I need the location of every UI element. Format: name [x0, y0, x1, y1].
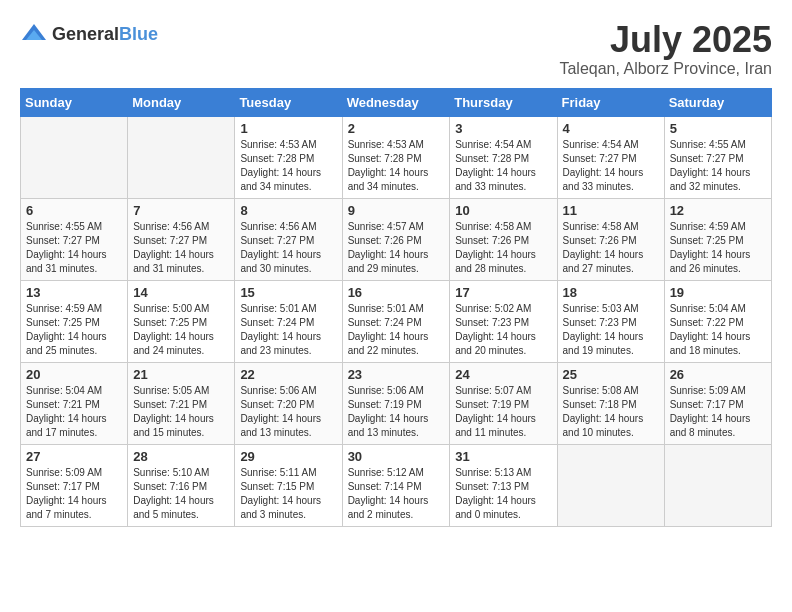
logo-text: GeneralBlue [52, 24, 158, 45]
day-number: 8 [240, 203, 336, 218]
day-number: 29 [240, 449, 336, 464]
day-info: Sunrise: 5:04 AMSunset: 7:21 PMDaylight:… [26, 384, 122, 440]
day-number: 11 [563, 203, 659, 218]
month-title: July 2025 [559, 20, 772, 60]
header-day-sunday: Sunday [21, 88, 128, 116]
calendar-week-3: 13Sunrise: 4:59 AMSunset: 7:25 PMDayligh… [21, 280, 772, 362]
day-info: Sunrise: 5:11 AMSunset: 7:15 PMDaylight:… [240, 466, 336, 522]
calendar-cell: 10Sunrise: 4:58 AMSunset: 7:26 PMDayligh… [450, 198, 557, 280]
day-number: 5 [670, 121, 766, 136]
calendar-cell: 21Sunrise: 5:05 AMSunset: 7:21 PMDayligh… [128, 362, 235, 444]
header-day-friday: Friday [557, 88, 664, 116]
title-block: July 2025 Taleqan, Alborz Province, Iran [559, 20, 772, 78]
calendar-table: SundayMondayTuesdayWednesdayThursdayFrid… [20, 88, 772, 527]
calendar-week-2: 6Sunrise: 4:55 AMSunset: 7:27 PMDaylight… [21, 198, 772, 280]
day-info: Sunrise: 4:58 AMSunset: 7:26 PMDaylight:… [455, 220, 551, 276]
day-number: 25 [563, 367, 659, 382]
day-number: 18 [563, 285, 659, 300]
day-number: 23 [348, 367, 445, 382]
calendar-cell: 14Sunrise: 5:00 AMSunset: 7:25 PMDayligh… [128, 280, 235, 362]
calendar-cell: 25Sunrise: 5:08 AMSunset: 7:18 PMDayligh… [557, 362, 664, 444]
day-number: 3 [455, 121, 551, 136]
day-number: 15 [240, 285, 336, 300]
day-info: Sunrise: 4:54 AMSunset: 7:28 PMDaylight:… [455, 138, 551, 194]
day-info: Sunrise: 4:56 AMSunset: 7:27 PMDaylight:… [133, 220, 229, 276]
calendar-cell: 7Sunrise: 4:56 AMSunset: 7:27 PMDaylight… [128, 198, 235, 280]
day-number: 31 [455, 449, 551, 464]
calendar-header-row: SundayMondayTuesdayWednesdayThursdayFrid… [21, 88, 772, 116]
day-info: Sunrise: 4:56 AMSunset: 7:27 PMDaylight:… [240, 220, 336, 276]
calendar-cell: 22Sunrise: 5:06 AMSunset: 7:20 PMDayligh… [235, 362, 342, 444]
calendar-cell: 28Sunrise: 5:10 AMSunset: 7:16 PMDayligh… [128, 444, 235, 526]
day-info: Sunrise: 5:07 AMSunset: 7:19 PMDaylight:… [455, 384, 551, 440]
day-info: Sunrise: 4:53 AMSunset: 7:28 PMDaylight:… [240, 138, 336, 194]
day-number: 28 [133, 449, 229, 464]
day-number: 4 [563, 121, 659, 136]
day-number: 7 [133, 203, 229, 218]
logo: GeneralBlue [20, 20, 158, 48]
day-info: Sunrise: 5:03 AMSunset: 7:23 PMDaylight:… [563, 302, 659, 358]
day-info: Sunrise: 4:59 AMSunset: 7:25 PMDaylight:… [670, 220, 766, 276]
day-info: Sunrise: 5:12 AMSunset: 7:14 PMDaylight:… [348, 466, 445, 522]
day-number: 2 [348, 121, 445, 136]
calendar-cell: 9Sunrise: 4:57 AMSunset: 7:26 PMDaylight… [342, 198, 450, 280]
day-number: 16 [348, 285, 445, 300]
calendar-cell: 27Sunrise: 5:09 AMSunset: 7:17 PMDayligh… [21, 444, 128, 526]
day-info: Sunrise: 5:13 AMSunset: 7:13 PMDaylight:… [455, 466, 551, 522]
day-number: 30 [348, 449, 445, 464]
day-number: 14 [133, 285, 229, 300]
day-info: Sunrise: 5:04 AMSunset: 7:22 PMDaylight:… [670, 302, 766, 358]
calendar-cell: 1Sunrise: 4:53 AMSunset: 7:28 PMDaylight… [235, 116, 342, 198]
day-number: 19 [670, 285, 766, 300]
calendar-week-4: 20Sunrise: 5:04 AMSunset: 7:21 PMDayligh… [21, 362, 772, 444]
day-info: Sunrise: 5:05 AMSunset: 7:21 PMDaylight:… [133, 384, 229, 440]
day-info: Sunrise: 4:53 AMSunset: 7:28 PMDaylight:… [348, 138, 445, 194]
day-info: Sunrise: 4:57 AMSunset: 7:26 PMDaylight:… [348, 220, 445, 276]
calendar-cell: 31Sunrise: 5:13 AMSunset: 7:13 PMDayligh… [450, 444, 557, 526]
header-day-tuesday: Tuesday [235, 88, 342, 116]
day-info: Sunrise: 4:55 AMSunset: 7:27 PMDaylight:… [26, 220, 122, 276]
day-number: 21 [133, 367, 229, 382]
calendar-cell: 17Sunrise: 5:02 AMSunset: 7:23 PMDayligh… [450, 280, 557, 362]
calendar-cell [557, 444, 664, 526]
calendar-cell: 5Sunrise: 4:55 AMSunset: 7:27 PMDaylight… [664, 116, 771, 198]
calendar-week-1: 1Sunrise: 4:53 AMSunset: 7:28 PMDaylight… [21, 116, 772, 198]
day-number: 1 [240, 121, 336, 136]
day-number: 12 [670, 203, 766, 218]
day-number: 20 [26, 367, 122, 382]
day-number: 27 [26, 449, 122, 464]
page-header: GeneralBlue July 2025 Taleqan, Alborz Pr… [20, 20, 772, 78]
header-day-thursday: Thursday [450, 88, 557, 116]
day-info: Sunrise: 5:00 AMSunset: 7:25 PMDaylight:… [133, 302, 229, 358]
calendar-cell [21, 116, 128, 198]
day-info: Sunrise: 5:08 AMSunset: 7:18 PMDaylight:… [563, 384, 659, 440]
calendar-cell: 13Sunrise: 4:59 AMSunset: 7:25 PMDayligh… [21, 280, 128, 362]
calendar-cell: 11Sunrise: 4:58 AMSunset: 7:26 PMDayligh… [557, 198, 664, 280]
day-info: Sunrise: 5:01 AMSunset: 7:24 PMDaylight:… [240, 302, 336, 358]
calendar-cell: 24Sunrise: 5:07 AMSunset: 7:19 PMDayligh… [450, 362, 557, 444]
day-info: Sunrise: 4:59 AMSunset: 7:25 PMDaylight:… [26, 302, 122, 358]
calendar-cell: 23Sunrise: 5:06 AMSunset: 7:19 PMDayligh… [342, 362, 450, 444]
day-info: Sunrise: 5:09 AMSunset: 7:17 PMDaylight:… [670, 384, 766, 440]
calendar-cell [128, 116, 235, 198]
day-info: Sunrise: 5:01 AMSunset: 7:24 PMDaylight:… [348, 302, 445, 358]
calendar-cell: 26Sunrise: 5:09 AMSunset: 7:17 PMDayligh… [664, 362, 771, 444]
calendar-cell: 16Sunrise: 5:01 AMSunset: 7:24 PMDayligh… [342, 280, 450, 362]
day-number: 9 [348, 203, 445, 218]
day-info: Sunrise: 5:09 AMSunset: 7:17 PMDaylight:… [26, 466, 122, 522]
logo-icon [20, 20, 48, 48]
day-number: 17 [455, 285, 551, 300]
day-info: Sunrise: 5:10 AMSunset: 7:16 PMDaylight:… [133, 466, 229, 522]
day-info: Sunrise: 5:06 AMSunset: 7:19 PMDaylight:… [348, 384, 445, 440]
calendar-cell: 18Sunrise: 5:03 AMSunset: 7:23 PMDayligh… [557, 280, 664, 362]
calendar-cell: 6Sunrise: 4:55 AMSunset: 7:27 PMDaylight… [21, 198, 128, 280]
calendar-cell: 29Sunrise: 5:11 AMSunset: 7:15 PMDayligh… [235, 444, 342, 526]
calendar-cell: 3Sunrise: 4:54 AMSunset: 7:28 PMDaylight… [450, 116, 557, 198]
day-info: Sunrise: 5:06 AMSunset: 7:20 PMDaylight:… [240, 384, 336, 440]
calendar-cell [664, 444, 771, 526]
day-info: Sunrise: 5:02 AMSunset: 7:23 PMDaylight:… [455, 302, 551, 358]
calendar-cell: 20Sunrise: 5:04 AMSunset: 7:21 PMDayligh… [21, 362, 128, 444]
header-day-wednesday: Wednesday [342, 88, 450, 116]
day-number: 24 [455, 367, 551, 382]
location-title: Taleqan, Alborz Province, Iran [559, 60, 772, 78]
